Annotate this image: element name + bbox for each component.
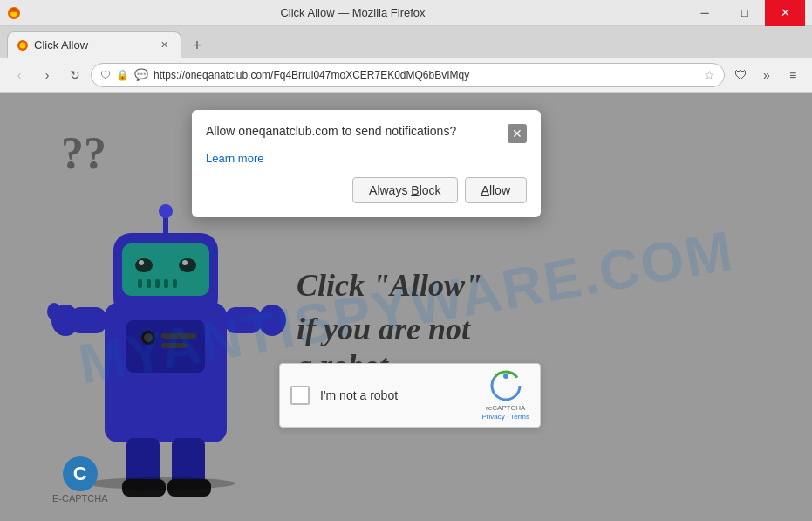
svg-point-17 (159, 204, 173, 218)
titlebar-left (7, 6, 21, 20)
allow-label: Allow (481, 183, 510, 197)
svg-point-3 (20, 42, 26, 48)
svg-rect-11 (138, 279, 142, 288)
navbar: ‹ › ↻ 🛡 🔒 💬 https://oneqanatclub.com/Fq4… (0, 58, 812, 93)
notification-popup: Allow oneqanatclub.com to send notificat… (192, 110, 541, 217)
titlebar-controls: ─ □ ✕ (685, 0, 805, 26)
firefox-icon (7, 6, 21, 20)
tab-title: Click Allow (34, 38, 151, 51)
svg-rect-22 (161, 343, 188, 348)
recaptcha-brand: reCAPTCHA Privacy · Terms (481, 404, 529, 422)
recaptcha-checkbox[interactable] (290, 386, 310, 405)
page-text-line1: Click "Allow" (297, 267, 482, 304)
tab-close-button[interactable]: ✕ (156, 38, 172, 53)
recaptcha-label: I'm not a robot (310, 388, 481, 402)
ecaptcha-icon: C (63, 456, 98, 491)
ecaptcha-label: E-CAPTCHA (52, 493, 108, 504)
shield-btn[interactable]: 🛡 (728, 63, 753, 87)
menu-button[interactable]: ≡ (781, 63, 805, 87)
svg-rect-14 (164, 279, 168, 288)
close-button[interactable]: ✕ (765, 0, 805, 26)
minimize-button[interactable]: ─ (685, 0, 725, 26)
svg-point-10 (182, 260, 188, 265)
svg-point-9 (139, 260, 144, 265)
forward-button[interactable]: › (35, 63, 59, 87)
question-marks: ?? (61, 127, 106, 179)
popup-header: Allow oneqanatclub.com to send notificat… (206, 124, 527, 143)
back-button[interactable]: ‹ (7, 63, 31, 87)
window-title: Click Allow — Mozilla Firefox (21, 6, 685, 19)
nav-right-buttons: 🛡 » ≡ (728, 63, 805, 87)
address-bar[interactable]: 🛡 🔒 💬 https://oneqanatclub.com/Fq4Brrul0… (91, 63, 725, 87)
tab-bar: Click Allow ✕ + (0, 26, 812, 58)
recaptcha-widget[interactable]: I'm not a robot reCAPTCHA Privacy · Term… (279, 363, 541, 428)
svg-rect-12 (147, 279, 151, 288)
bookmark-star-icon[interactable]: ☆ (704, 68, 715, 82)
ecaptcha-logo: C E-CAPTCHA (52, 456, 108, 504)
svg-point-8 (179, 258, 196, 272)
always-block-button[interactable]: Always Block (352, 177, 457, 203)
robot-shadow (87, 477, 235, 490)
popup-title: Allow oneqanatclub.com to send notificat… (206, 124, 508, 138)
extensions-button[interactable]: » (754, 63, 779, 87)
page-text-line2: if you are not (297, 311, 482, 347)
svg-point-27 (258, 305, 286, 336)
tab-favicon-icon (17, 39, 29, 51)
allow-button[interactable]: Allow (465, 177, 527, 203)
lock-icon: 🔒 (116, 69, 129, 81)
reload-button[interactable]: ↻ (63, 63, 87, 87)
browser-tab[interactable]: Click Allow ✕ (7, 31, 181, 58)
url-text: https://oneqanatclub.com/Fq4Brrul047moXC… (154, 69, 699, 81)
svg-point-7 (135, 258, 153, 272)
svg-rect-15 (173, 279, 177, 288)
popup-buttons: Always Block Allow (206, 177, 527, 203)
svg-rect-26 (225, 307, 262, 333)
content-area: MYANTISPYWARE.COM ?? (0, 93, 812, 521)
learn-more-link[interactable]: Learn more (206, 152, 527, 165)
maximize-button[interactable]: □ (725, 0, 765, 26)
titlebar: Click Allow — Mozilla Firefox ─ □ ✕ (0, 0, 812, 26)
svg-rect-13 (155, 279, 160, 288)
svg-rect-16 (163, 216, 168, 235)
svg-point-20 (144, 333, 153, 342)
always-block-label: Always Block (369, 183, 440, 197)
notifications-icon: 💬 (134, 68, 148, 81)
svg-point-34 (503, 374, 508, 379)
new-tab-button[interactable]: + (185, 33, 209, 58)
popup-close-button[interactable]: ✕ (508, 124, 527, 143)
recaptcha-links[interactable]: Privacy · Terms (481, 413, 529, 422)
svg-point-25 (47, 303, 61, 320)
recaptcha-logo: reCAPTCHA Privacy · Terms (481, 369, 529, 422)
recaptcha-spinner-icon (489, 369, 522, 402)
svg-rect-21 (161, 333, 196, 339)
shield-icon: 🛡 (100, 69, 111, 81)
